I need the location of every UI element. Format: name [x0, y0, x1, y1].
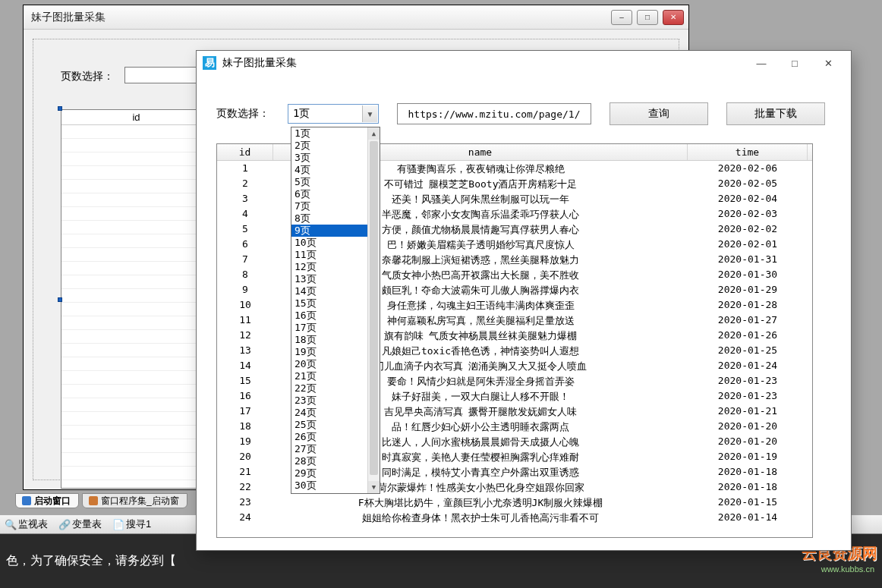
page-option[interactable]: 16页	[291, 310, 367, 322]
rt-close-button[interactable]: ✕	[811, 52, 845, 74]
page-option[interactable]: 13页	[291, 273, 367, 285]
page-option[interactable]: 28页	[291, 455, 367, 467]
url-input[interactable]	[397, 103, 591, 124]
page-option[interactable]: 3页	[291, 152, 367, 164]
watermark-url: www.kubbs.cn	[821, 564, 874, 574]
page-option[interactable]: 1页	[291, 127, 367, 140]
chevron-down-icon[interactable]: ▼	[362, 105, 377, 122]
column-id[interactable]: id	[217, 144, 273, 160]
runtime-titlebar: 易 妹子图批量采集 — □ ✕	[197, 51, 851, 75]
page-option[interactable]: 19页	[291, 346, 367, 358]
page-option[interactable]: 5页	[291, 176, 367, 188]
page-option[interactable]: 15页	[291, 297, 367, 310]
rt-minimize-button[interactable]: —	[745, 52, 778, 74]
close-button[interactable]: ✕	[663, 10, 684, 25]
app-icon: 易	[203, 56, 216, 70]
page-option[interactable]: 14页	[291, 285, 367, 297]
page-option[interactable]: 7页	[291, 200, 367, 212]
page-option[interactable]: 9页	[291, 225, 367, 237]
page-option[interactable]: 2页	[291, 140, 367, 152]
query-button[interactable]: 查询	[610, 102, 708, 125]
page-option[interactable]: 4页	[291, 164, 367, 176]
designer-tabs: 启动窗口 窗口程序集_启动窗	[15, 493, 187, 508]
page-select-label: 页数选择：	[216, 107, 269, 121]
batch-download-button[interactable]: 批量下载	[726, 102, 825, 125]
page-option[interactable]: 20页	[291, 358, 367, 370]
page-option[interactable]: 27页	[291, 443, 367, 455]
page-option[interactable]: 10页	[291, 237, 367, 249]
tool-watch[interactable]: 🔍监视表	[5, 517, 48, 531]
magnifier-icon: 🔍	[5, 519, 15, 530]
scrollbar-thumb[interactable]	[370, 141, 378, 475]
page-option[interactable]: 18页	[291, 334, 367, 346]
designer-titlebar: 妹子图批量采集 – □ ✕	[24, 5, 688, 30]
page-option[interactable]: 8页	[291, 212, 367, 225]
page-option[interactable]: 17页	[291, 322, 367, 334]
page-dropdown-list[interactable]: 1页2页3页4页5页6页7页8页9页10页11页12页13页14页15页16页1…	[291, 127, 380, 494]
page-combobox[interactable]: 1页 ▼	[288, 104, 379, 124]
tool-search[interactable]: 📄搜寻1	[112, 517, 151, 531]
page-option[interactable]: 23页	[291, 395, 367, 407]
tool-vars[interactable]: 🔗变量表	[58, 517, 102, 531]
designer-title: 妹子图批量采集	[28, 11, 611, 24]
link-icon: 🔗	[58, 519, 69, 530]
design-listview: id	[61, 109, 213, 489]
page-option[interactable]: 29页	[291, 467, 367, 480]
page-option[interactable]: 26页	[291, 431, 367, 443]
runtime-window: 易 妹子图批量采集 — □ ✕ 页数选择： 1页 ▼ 查询 批量下载 id na…	[196, 50, 852, 551]
page-option[interactable]: 12页	[291, 261, 367, 273]
column-time[interactable]: time	[688, 144, 808, 160]
dropdown-scrollbar[interactable]: ▲ ▼	[367, 127, 380, 493]
table-row[interactable]: 23F杯大胸堪比奶牛，童颜巨乳小尤奈透明JK制服火辣爆棚2020-01-15	[217, 495, 812, 510]
runtime-title: 妹子图批量采集	[222, 56, 745, 70]
scroll-down-icon[interactable]: ▼	[368, 481, 380, 493]
design-col-id: id	[61, 110, 212, 124]
maximize-button[interactable]: □	[637, 10, 658, 25]
page-option[interactable]: 21页	[291, 370, 367, 382]
list-icon: 📄	[112, 519, 123, 530]
table-row[interactable]: 24姐姐给你检查身体！黑衣护士朱可儿香艳高污非看不可2020-01-14	[217, 510, 812, 525]
tab-startup-window[interactable]: 启动窗口	[15, 493, 79, 508]
page-option[interactable]: 30页	[291, 480, 367, 492]
tab-window-procset[interactable]: 窗口程序集_启动窗	[82, 493, 187, 508]
page-select-label: 页数选择：	[61, 70, 114, 83]
page-option[interactable]: 25页	[291, 419, 367, 431]
page-option[interactable]: 24页	[291, 407, 367, 419]
page-option[interactable]: 6页	[291, 188, 367, 200]
rt-maximize-button[interactable]: □	[778, 52, 811, 74]
page-option[interactable]: 11页	[291, 249, 367, 261]
minimize-button[interactable]: –	[611, 10, 632, 25]
scroll-up-icon[interactable]: ▲	[368, 127, 380, 140]
page-option[interactable]: 22页	[291, 382, 367, 395]
